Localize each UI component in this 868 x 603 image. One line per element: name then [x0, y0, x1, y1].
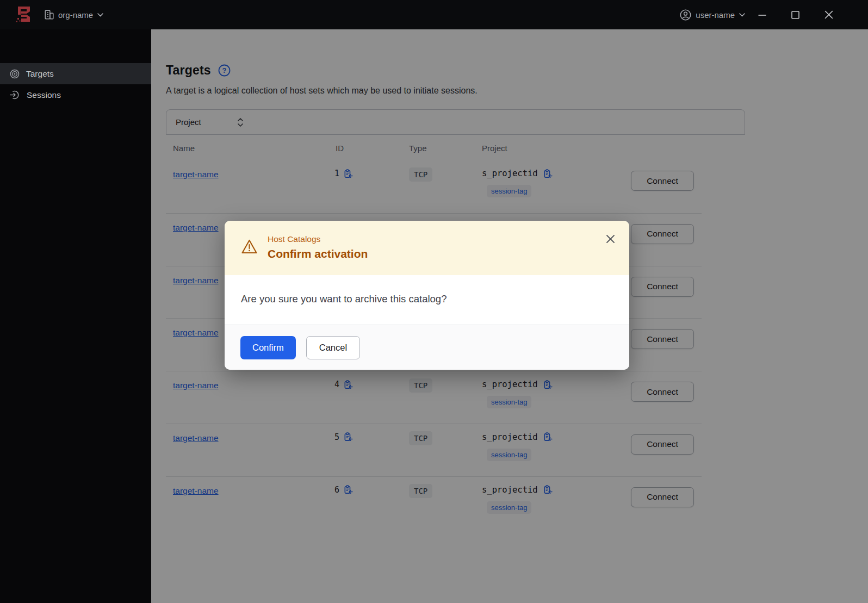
target-icon: [10, 69, 20, 79]
dialog-footer: Confirm Cancel: [225, 325, 629, 370]
close-window-button[interactable]: [824, 10, 833, 19]
org-switcher[interactable]: org-name: [45, 10, 103, 20]
dialog-close-button[interactable]: [606, 234, 615, 245]
sidebar-item-targets[interactable]: Targets: [0, 63, 151, 84]
session-entry-icon: [10, 90, 20, 100]
user-menu[interactable]: user-name: [680, 9, 745, 21]
boundary-logo-icon: [15, 6, 33, 23]
confirm-dialog: Host Catalogs Confirm activation Are you…: [225, 221, 629, 370]
dialog-header: Host Catalogs Confirm activation: [225, 221, 629, 275]
building-icon: [45, 10, 54, 20]
cancel-button[interactable]: Cancel: [306, 336, 360, 359]
sidebar-item-sessions[interactable]: Sessions: [0, 84, 151, 105]
dialog-message: Are you sure you want to archive this ca…: [241, 293, 613, 305]
dialog-context-label: Host Catalogs: [268, 234, 368, 244]
sidebar-item-label: Sessions: [27, 90, 61, 100]
dialog-body: Are you sure you want to archive this ca…: [225, 275, 629, 325]
user-name-label: user-name: [696, 10, 735, 20]
chevron-down-icon: [739, 13, 745, 17]
chevron-down-icon: [97, 13, 103, 17]
sidebar-item-label: Targets: [26, 69, 54, 79]
minimize-button[interactable]: [758, 11, 766, 19]
close-icon: [606, 234, 615, 244]
org-name-label: org-name: [58, 10, 93, 20]
dialog-title: Confirm activation: [268, 247, 368, 260]
sidebar: Targets Sessions: [0, 29, 151, 603]
alert-triangle-icon: [241, 239, 258, 254]
titlebar: org-name user-name: [0, 0, 868, 29]
user-circle-icon: [680, 9, 691, 21]
confirm-button[interactable]: Confirm: [240, 336, 296, 359]
maximize-button[interactable]: [791, 11, 799, 19]
